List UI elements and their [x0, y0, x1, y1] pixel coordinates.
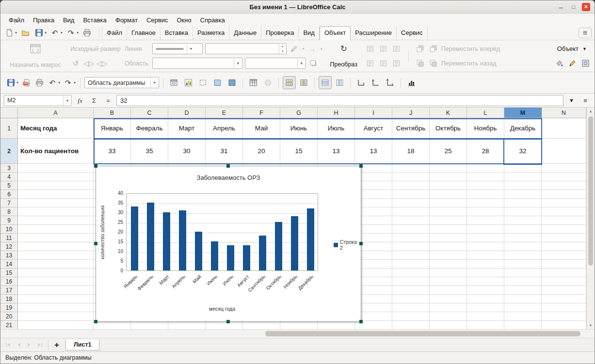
cell-L10[interactable] [467, 225, 504, 234]
cell-K10[interactable] [430, 225, 467, 234]
cell-D1[interactable]: Март [168, 118, 206, 139]
row-header-1[interactable]: 1 [0, 118, 18, 139]
cell-N6[interactable] [542, 190, 586, 199]
cell-N5[interactable] [542, 181, 586, 190]
chart-resize-handle-sw[interactable] [94, 320, 97, 323]
sheet-grid[interactable]: 1Месяц годаЯнварьФевральМартАпрельМайИюн… [0, 118, 586, 329]
cell-L13[interactable] [467, 251, 504, 260]
sidebar-toggle-icon[interactable]: ≡ [579, 95, 591, 106]
cell-N16[interactable] [542, 277, 586, 286]
row-header-6[interactable]: 6 [0, 190, 18, 199]
row-header-16[interactable]: 16 [0, 277, 18, 286]
cell-L20[interactable] [467, 312, 504, 321]
cell-L11[interactable] [467, 234, 504, 242]
row-header-10[interactable]: 10 [0, 225, 18, 234]
cell-J5[interactable] [392, 181, 430, 190]
cell-J10[interactable] [392, 225, 430, 234]
cell-N4[interactable] [542, 173, 586, 181]
cell-M15[interactable] [504, 269, 542, 277]
cell-J6[interactable] [392, 190, 430, 199]
cell-N2[interactable] [542, 139, 586, 164]
cell-L19[interactable] [467, 303, 504, 312]
chart-bar[interactable] [179, 210, 186, 270]
column-header-F[interactable]: F [243, 108, 280, 118]
row-header-13[interactable]: 13 [0, 251, 18, 260]
cell-M21[interactable] [504, 321, 542, 329]
column-header-H[interactable]: H [318, 108, 355, 118]
column-header-C[interactable]: C [131, 108, 168, 118]
cell-J19[interactable] [392, 303, 430, 312]
cell-K8[interactable] [430, 207, 467, 216]
cell-J7[interactable] [392, 199, 430, 207]
cell-N12[interactable] [542, 242, 586, 251]
chevron-down-icon[interactable]: ▾ [58, 80, 60, 85]
cell-H21[interactable] [318, 321, 355, 329]
toolbar-tab-6[interactable]: Вид [299, 27, 320, 40]
row-header-5[interactable]: 5 [0, 181, 18, 190]
cell-J13[interactable] [392, 251, 430, 260]
chart-element-selector[interactable]: Область диаграммы ▾ [84, 77, 159, 88]
insert-chart-icon[interactable] [405, 76, 418, 89]
sheet-tab[interactable]: Лист1 [65, 340, 99, 350]
cell-A6[interactable] [18, 190, 94, 199]
cell-L3[interactable] [467, 164, 504, 173]
row-header-14[interactable]: 14 [0, 260, 18, 269]
cell-N20[interactable] [542, 312, 586, 321]
cell-L16[interactable] [467, 277, 504, 286]
cell-A4[interactable] [18, 173, 94, 181]
chart-bar[interactable] [307, 208, 314, 270]
cell-L4[interactable] [467, 173, 504, 181]
cell-N17[interactable] [542, 286, 586, 295]
cell-E1[interactable]: Апрель [206, 118, 243, 139]
cell-D21[interactable] [168, 321, 206, 329]
cell-M8[interactable] [504, 207, 542, 216]
cell-H2[interactable]: 13 [318, 139, 355, 164]
cell-A11[interactable] [18, 234, 94, 242]
menu-item-2[interactable]: Вид [59, 15, 79, 25]
cell-A7[interactable] [18, 199, 94, 207]
select-all-corner[interactable] [0, 108, 18, 118]
horizontal-grid-icon[interactable] [319, 76, 332, 89]
data-in-rows-icon[interactable] [283, 76, 296, 89]
column-header-G[interactable]: G [280, 108, 318, 118]
cell-I2[interactable]: 13 [355, 139, 392, 164]
menu-item-3[interactable]: Вставка [79, 15, 111, 25]
chevron-down-icon[interactable]: ▾ [61, 31, 63, 35]
close-button[interactable]: × [582, 3, 590, 11]
cell-K1[interactable]: Октябрь [430, 118, 467, 139]
chart-legend[interactable]: Строка 2 [334, 239, 361, 251]
cell-A18[interactable] [18, 295, 94, 303]
toolbar-tab-3[interactable]: Разметка [193, 27, 229, 40]
cell-E21[interactable] [206, 321, 243, 329]
open-file-button[interactable] [19, 27, 31, 38]
cell-M4[interactable] [504, 173, 542, 181]
cell-G1[interactable]: Июнь [280, 118, 318, 139]
cell-K5[interactable] [430, 181, 467, 190]
row-header-8[interactable]: 8 [0, 207, 18, 216]
cell-A21[interactable] [18, 321, 94, 329]
cell-J8[interactable] [392, 207, 430, 216]
cell-G21[interactable] [280, 321, 318, 329]
row-header-18[interactable]: 18 [0, 295, 18, 303]
chart-bar[interactable] [147, 203, 154, 270]
row-header-4[interactable]: 4 [0, 173, 18, 181]
cell-M5[interactable] [504, 181, 542, 190]
cell-N10[interactable] [542, 225, 586, 234]
cell-A9[interactable] [18, 216, 94, 225]
cell-N11[interactable] [542, 234, 586, 242]
format-selection-icon[interactable] [167, 76, 180, 89]
row-header-9[interactable]: 9 [0, 216, 18, 225]
expand-formula-bar-icon[interactable]: ▼ [566, 97, 577, 103]
name-box-dropdown-icon[interactable]: ▾ [63, 95, 71, 106]
chevron-down-icon[interactable]: ▾ [15, 31, 17, 35]
cell-N9[interactable] [542, 216, 586, 225]
cell-N13[interactable] [542, 251, 586, 260]
chart-resize-handle-se[interactable] [359, 320, 363, 323]
cell-A2[interactable]: Кол-во пациентов [18, 139, 94, 164]
cell-J15[interactable] [392, 269, 430, 277]
menu-item-1[interactable]: Правка [29, 15, 59, 25]
row-header-17[interactable]: 17 [0, 286, 18, 295]
cell-L1[interactable]: Ноябрь [467, 118, 504, 139]
cell-K16[interactable] [430, 277, 467, 286]
print-button[interactable] [81, 27, 93, 38]
